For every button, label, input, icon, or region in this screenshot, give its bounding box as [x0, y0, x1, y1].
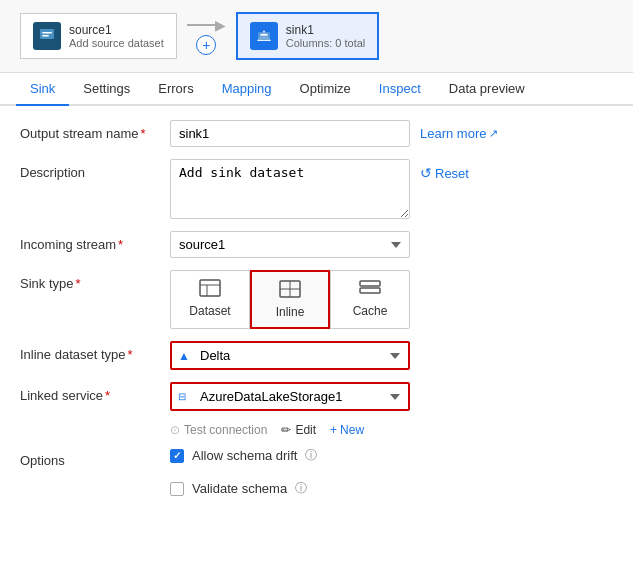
reset-button[interactable]: ↺ Reset	[420, 159, 469, 181]
edit-button[interactable]: ✏ Edit	[281, 423, 316, 437]
options-section: Options ✓ Allow schema drift ⓘ Validate …	[20, 447, 613, 505]
incoming-stream-label: Incoming stream*	[20, 231, 160, 252]
output-stream-row: Output stream name* Learn more ↗	[20, 120, 613, 147]
linked-service-select-wrapper: ⊟ AzureDataLakeStorage1	[170, 382, 410, 411]
validate-schema-checkbox[interactable]	[170, 482, 184, 496]
validate-schema-row: Validate schema ⓘ	[170, 480, 317, 497]
sink-node[interactable]: sink1 Columns: 0 total	[236, 12, 380, 60]
cache-icon	[359, 279, 381, 300]
tab-sink[interactable]: Sink	[16, 73, 69, 106]
test-connection-button[interactable]: ⊙ Test connection	[170, 423, 267, 437]
description-row: Description Add sink dataset ↺ Reset	[20, 159, 613, 219]
pipeline-area: source1 Add source dataset ▶ + sink1 Col…	[0, 0, 633, 73]
allow-schema-drift-row: ✓ Allow schema drift ⓘ	[170, 447, 317, 464]
svg-rect-12	[360, 281, 380, 286]
new-button[interactable]: + New	[330, 423, 364, 437]
svg-rect-13	[360, 288, 380, 293]
arrow-line: ▶	[187, 17, 226, 33]
linked-service-row: Linked service* ⊟ AzureDataLakeStorage1	[20, 382, 613, 411]
output-stream-label: Output stream name*	[20, 120, 160, 141]
tab-optimize[interactable]: Optimize	[286, 73, 365, 106]
sink-type-row: Sink type* Dataset	[20, 270, 613, 329]
inline-dataset-select-wrapper: ▲ Delta	[170, 341, 410, 370]
sink-icon	[250, 22, 278, 50]
options-checkboxes: ✓ Allow schema drift ⓘ Validate schema ⓘ	[170, 447, 317, 505]
form-area: Output stream name* Learn more ↗ Descrip…	[0, 106, 633, 531]
inline-dataset-label: Inline dataset type*	[20, 341, 160, 362]
tab-inspect[interactable]: Inspect	[365, 73, 435, 106]
output-stream-input[interactable]	[170, 120, 410, 147]
inline-dataset-type-row: Inline dataset type* ▲ Delta	[20, 341, 613, 370]
source-subtitle: Add source dataset	[69, 37, 164, 49]
linked-service-actions: ⊙ Test connection ✏ Edit + New	[170, 423, 613, 437]
source-name: source1	[69, 23, 164, 37]
incoming-stream-row: Incoming stream* source1	[20, 231, 613, 258]
svg-rect-4	[258, 32, 270, 40]
validate-schema-info-icon[interactable]: ⓘ	[295, 480, 307, 497]
dataset-icon	[199, 279, 221, 300]
inline-dataset-select[interactable]: Delta	[170, 341, 410, 370]
sink-node-info: sink1 Columns: 0 total	[286, 23, 366, 49]
arrow-head: ▶	[215, 17, 226, 33]
sink-subtitle: Columns: 0 total	[286, 37, 366, 49]
edit-icon: ✏	[281, 423, 291, 437]
allow-schema-drift-checkbox[interactable]: ✓	[170, 449, 184, 463]
linked-service-label: Linked service*	[20, 382, 160, 403]
inline-icon	[279, 280, 301, 301]
validate-schema-label: Validate schema	[192, 481, 287, 496]
svg-rect-2	[42, 35, 49, 37]
tab-settings[interactable]: Settings	[69, 73, 144, 106]
source-node[interactable]: source1 Add source dataset	[20, 13, 177, 59]
source-node-info: source1 Add source dataset	[69, 23, 164, 49]
svg-rect-6	[200, 280, 220, 296]
allow-schema-drift-label: Allow schema drift	[192, 448, 297, 463]
external-link-icon: ↗	[489, 127, 498, 140]
sink-btn-dataset[interactable]: Dataset	[170, 270, 250, 329]
svg-rect-1	[42, 32, 52, 34]
svg-rect-5	[260, 34, 268, 36]
plus-icon: +	[330, 423, 337, 437]
tab-mapping[interactable]: Mapping	[208, 73, 286, 106]
arrow-connector: ▶ +	[187, 17, 226, 55]
tabs-bar: Sink Settings Errors Mapping Optimize In…	[0, 73, 633, 106]
allow-schema-drift-info-icon[interactable]: ⓘ	[305, 447, 317, 464]
sink-btn-inline[interactable]: Inline	[250, 270, 330, 329]
tab-errors[interactable]: Errors	[144, 73, 207, 106]
test-connection-icon: ⊙	[170, 423, 180, 437]
source-icon	[33, 22, 61, 50]
description-label: Description	[20, 159, 160, 180]
tab-data-preview[interactable]: Data preview	[435, 73, 539, 106]
add-step-button[interactable]: +	[196, 35, 216, 55]
svg-rect-0	[40, 29, 54, 39]
sink-type-buttons: Dataset Inline	[170, 270, 410, 329]
linked-service-select[interactable]: AzureDataLakeStorage1	[170, 382, 410, 411]
reset-icon: ↺	[420, 165, 432, 181]
options-label: Options	[20, 447, 160, 468]
learn-more-link[interactable]: Learn more ↗	[420, 120, 498, 141]
description-textarea[interactable]: Add sink dataset	[170, 159, 410, 219]
incoming-stream-select[interactable]: source1	[170, 231, 410, 258]
sink-type-label: Sink type*	[20, 270, 160, 291]
sink-name: sink1	[286, 23, 366, 37]
sink-btn-cache[interactable]: Cache	[330, 270, 410, 329]
